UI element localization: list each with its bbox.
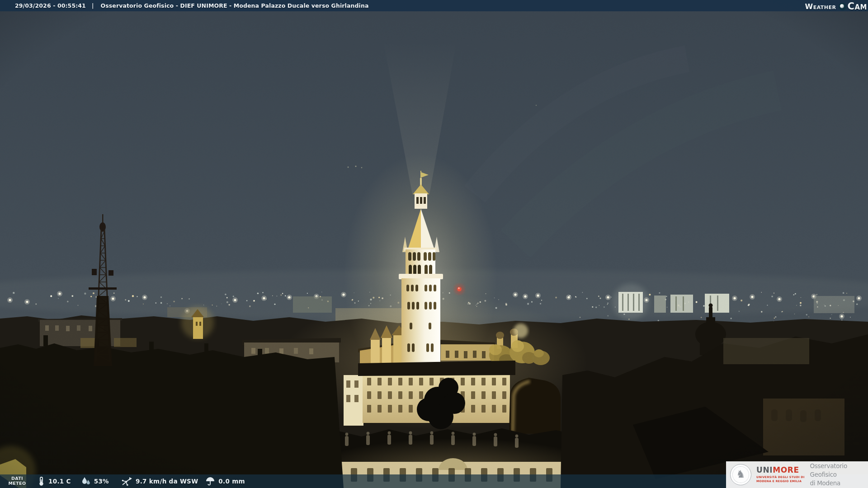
webcam-photo (0, 0, 868, 488)
university-name-line2: MODENA E REGGIO EMILIA (756, 479, 805, 483)
page-title: Osservatorio Geofisico - DIEF UNIMORE - … (101, 2, 369, 9)
wind-metric: 9.7 km/h da WSW (121, 476, 198, 486)
unimore-uni: UNI (756, 465, 773, 474)
university-name-line1: UNIVERSITÀ DEGLI STUDI DI (756, 475, 805, 479)
camera-lens-icon (839, 3, 846, 10)
temperature-value: 10.1 C (48, 478, 71, 485)
temperature-metric: 10.1 C (37, 476, 71, 486)
unimore-more: MORE (773, 465, 799, 474)
rain-umbrella-icon (205, 476, 215, 486)
dati-meteo-label: DATI METEO (6, 476, 28, 486)
night-cityscape (0, 0, 868, 488)
thermometer-icon (37, 476, 45, 486)
humidity-value: 53% (94, 478, 109, 485)
weathercam-label-cam: Cam (848, 1, 867, 12)
rain-value: 0.0 mm (218, 478, 245, 485)
wind-value: 9.7 km/h da WSW (136, 478, 198, 485)
wind-anemometer-icon (121, 476, 132, 486)
rain-metric: 0.0 mm (205, 476, 245, 486)
weathercam-watermark: Weather Cam (805, 0, 867, 12)
unimore-wordmark: UNIMORE UNIVERSITÀ DEGLI STUDI DI MODENA… (756, 466, 805, 483)
unimore-branding-panel: ♞ UNIMORE UNIVERSITÀ DEGLI STUDI DI MODE… (726, 461, 868, 488)
timestamp: 29/03/2026 - 00:55:41 (15, 2, 86, 9)
top-info-bar: 29/03/2026 - 00:55:41 | Osservatorio Geo… (0, 0, 868, 11)
humidity-drops-icon (81, 476, 91, 486)
unimore-seal-icon: ♞ (730, 464, 751, 485)
weathercam-label-weather: Weather (805, 2, 836, 11)
humidity-metric: 53% (81, 476, 109, 486)
observatory-name: Osservatorio Geofisico di Modena (810, 462, 868, 488)
separator: | (92, 2, 94, 9)
vignette (0, 0, 868, 488)
